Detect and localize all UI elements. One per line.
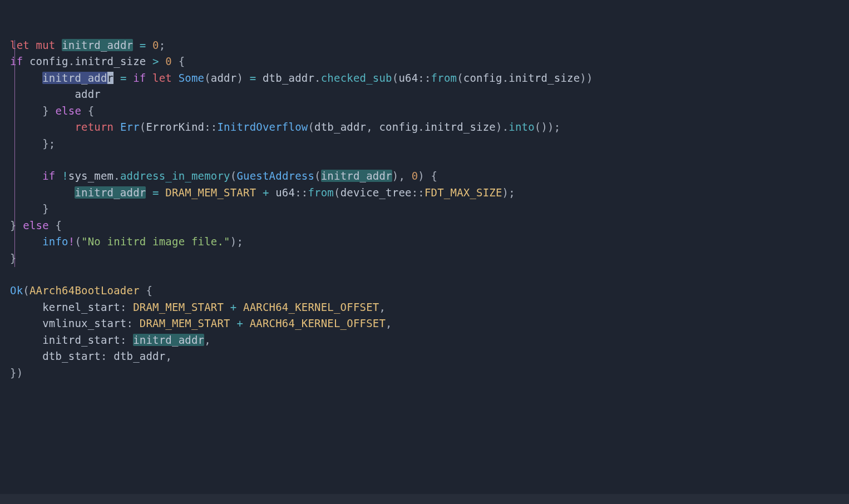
code-line: initrd_start: initrd_addr, (10, 334, 211, 346)
text-cursor: r (107, 72, 114, 84)
code-line: addr (10, 88, 101, 100)
code-line (10, 154, 17, 166)
code-line: } else { (10, 219, 62, 231)
code-line: if config.initrd_size > 0 { (10, 55, 185, 67)
code-line: }) (10, 367, 23, 379)
code-line: } else { (10, 105, 94, 117)
code-line: if !sys_mem.address_in_memory(GuestAddre… (10, 170, 437, 182)
code-line: } (10, 252, 17, 264)
code-line: initrd_addr = if let Some(addr) = dtb_ad… (10, 72, 593, 84)
code-line: initrd_addr = DRAM_MEM_START + u64::from… (10, 186, 515, 199)
status-bar (0, 494, 849, 504)
code-line: Ok(AArch64BootLoader { (10, 284, 152, 297)
code-line: kernel_start: DRAM_MEM_START + AARCH64_K… (10, 301, 386, 313)
code-line (10, 268, 17, 280)
code-line: dtb_start: dtb_addr, (10, 350, 172, 362)
code-editor[interactable]: let mut initrd_addr = 0; if config.initr… (0, 0, 849, 386)
code-line: return Err(ErrorKind::InitrdOverflow(dtb… (10, 121, 560, 133)
indent-guide (14, 40, 15, 267)
code-line: }; (10, 137, 55, 150)
code-line: vmlinux_start: DRAM_MEM_START + AARCH64_… (10, 317, 392, 329)
code-line: info!("No initrd image file."); (10, 235, 243, 248)
code-line: } (10, 202, 49, 215)
code-line: let mut initrd_addr = 0; (10, 39, 165, 51)
